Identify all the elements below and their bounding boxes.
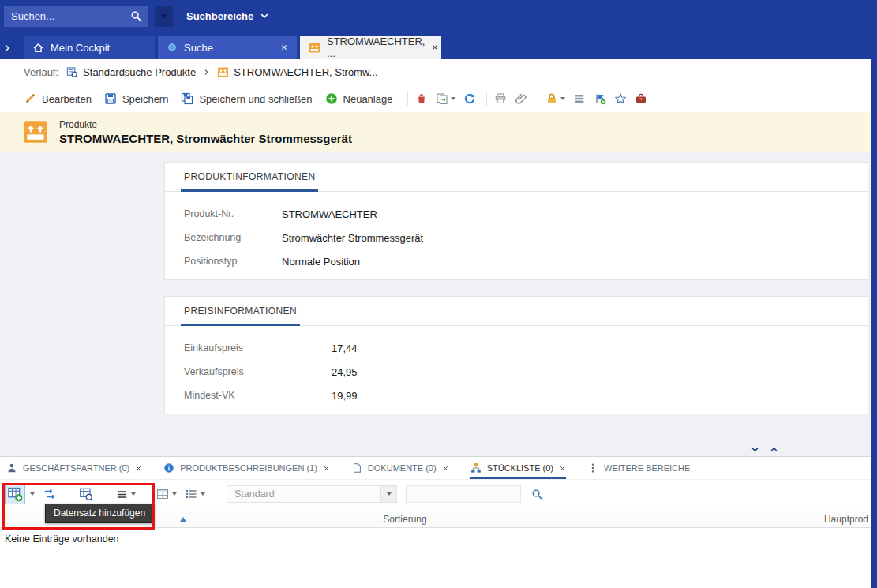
toolbar-separator (407, 92, 408, 106)
field-label: Produkt-Nr. (184, 208, 282, 219)
refresh-button[interactable] (463, 92, 476, 105)
tab-stueckliste[interactable]: STÜCKLISTE (0) (470, 457, 566, 479)
breadcrumb-item-label: Standardsuche Produkte (83, 66, 196, 78)
edit-button[interactable]: Bearbeiten (24, 92, 92, 105)
bom-icon (470, 463, 482, 474)
breadcrumb-item-label: STROMWAECHTER, Stromw... (234, 66, 377, 78)
save-button[interactable]: Speichern (104, 92, 169, 105)
column-header-sortierung[interactable]: Sortierung (167, 511, 643, 527)
view-select-dropdown-button[interactable] (380, 486, 396, 502)
view-select[interactable]: Standard (227, 485, 397, 503)
business-partner-icon (6, 463, 17, 474)
tab-stromwaechter[interactable]: STROMWAECHTER, ... (300, 36, 441, 59)
close-icon[interactable] (323, 465, 330, 472)
permissions-button[interactable] (545, 92, 565, 105)
dropdown-caret-icon[interactable] (30, 492, 35, 496)
copy-button[interactable] (436, 92, 455, 105)
search-in-list-button[interactable] (77, 485, 95, 503)
edit-label: Bearbeiten (42, 93, 92, 105)
chevron-down-icon (260, 11, 269, 21)
toolbar-separator (107, 487, 107, 501)
list-menu-button[interactable] (114, 487, 137, 502)
dropdown-caret-icon (387, 492, 392, 496)
window-tab-bar: Mein Cockpit Suche STROMWAECHTER, ... (0, 32, 877, 59)
toolbar-separator (219, 487, 219, 501)
empty-list-message: Keine Einträge vorhanden (5, 534, 119, 545)
chevron-right-icon (203, 69, 210, 76)
view-list-icon (185, 488, 197, 500)
save-icon (104, 92, 117, 105)
tab-scroll-left-icon[interactable] (2, 43, 12, 53)
tab-suche[interactable]: Suche (158, 36, 297, 59)
queue-button[interactable] (573, 92, 586, 105)
column-header-hauptprodukt[interactable]: Hauptprod (643, 511, 871, 527)
field-row: Positionstyp Normale Position (184, 249, 868, 273)
close-icon[interactable] (431, 43, 439, 51)
global-search-input[interactable] (11, 10, 130, 22)
search-scopes-button[interactable]: Suchbereiche (186, 10, 269, 22)
tools-button[interactable] (635, 92, 647, 105)
tab-label: WEITERE BEREICHE (604, 463, 690, 473)
attachment-button[interactable] (515, 92, 527, 105)
record-title: STROMWAECHTER, Stromwächter Strommessger… (59, 132, 352, 145)
tab-label: STROMWAECHTER, ... (327, 36, 425, 59)
view-select-value: Standard (234, 489, 275, 500)
field-row: Produkt-Nr. STROMWAECHTER (184, 202, 868, 226)
new-record-button[interactable]: Neuanlage (325, 92, 393, 105)
search-options-button[interactable] (155, 6, 173, 27)
global-search-box[interactable] (4, 6, 148, 27)
view-list-button[interactable] (183, 486, 207, 502)
expand-panel-icon[interactable] (770, 445, 778, 454)
dropdown-caret-icon (172, 492, 177, 496)
tab-weitere-bereiche[interactable]: WEITERE BEREICHE (587, 457, 690, 479)
flag-add-button[interactable] (594, 92, 606, 105)
dropdown-caret-icon (560, 97, 565, 100)
field-value: 24,95 (332, 366, 358, 378)
field-value: Normale Position (282, 256, 360, 268)
search-icon[interactable] (531, 489, 543, 500)
close-icon[interactable] (442, 465, 449, 472)
card-body: Produkt-Nr. STROMWAECHTER Bezeichnung St… (165, 192, 868, 273)
field-label: Positionstyp (184, 256, 282, 267)
tab-dokumente[interactable]: DOKUMENTE (0) (351, 457, 449, 479)
transfer-icon (43, 487, 57, 501)
print-button[interactable] (494, 92, 507, 105)
dropdown-caret-icon (201, 492, 205, 496)
related-tabs: GESCHÄFTSPARTNER (0) PRODUKTBESCHREIBUNG… (0, 457, 871, 480)
tab-geschaeftspartner[interactable]: GESCHÄFTSPARTNER (0) (6, 457, 142, 479)
search-options-caret-icon (161, 14, 167, 18)
record-dot-icon (167, 42, 178, 53)
search-icon[interactable] (130, 10, 142, 22)
save-and-close-button[interactable]: Speichern und schließen (181, 92, 312, 105)
search-scopes-label: Suchbereiche (186, 10, 253, 22)
breadcrumb-item-standardsuche[interactable]: Standardsuche Produkte (66, 66, 196, 78)
record-category: Produkte (59, 119, 352, 130)
field-label: Verkaufspreis (184, 366, 332, 377)
breadcrumb: Verlauf: Standardsuche Produkte STROMWAE… (0, 59, 871, 85)
view-grid-button[interactable] (155, 486, 178, 502)
close-icon[interactable] (559, 465, 566, 472)
breadcrumb-item-record[interactable]: STROMWAECHTER, Stromw... (217, 66, 377, 78)
collapse-panel-icon[interactable] (751, 445, 759, 454)
close-icon[interactable] (135, 465, 142, 472)
field-row: Bezeichnung Stromwächter Strommessgerät (184, 226, 868, 249)
close-icon[interactable] (280, 43, 288, 51)
transfer-button[interactable] (41, 485, 58, 503)
card-header: PREISINFORMATIONEN (165, 297, 868, 326)
menu-icon (116, 489, 128, 500)
refresh-icon (463, 92, 476, 105)
add-record-button[interactable] (5, 484, 25, 504)
field-label: Mindest-VK (184, 390, 332, 401)
card-tab-title[interactable]: PREISINFORMATIONEN (181, 305, 300, 326)
field-value: STROMWAECHTER (282, 208, 377, 220)
product-box-icon (309, 42, 320, 54)
card-tab-title[interactable]: PRODUKTINFORMATIONEN (181, 171, 318, 192)
sort-ascending-icon[interactable] (180, 517, 186, 522)
list-filter-input[interactable] (406, 485, 521, 503)
favorite-button[interactable] (614, 92, 627, 105)
tab-label: Mein Cockpit (51, 42, 110, 54)
plus-circle-icon (325, 92, 338, 105)
delete-button[interactable] (415, 92, 428, 105)
tab-produktbeschreibungen[interactable]: PRODUKTBESCHREIBUNGEN (1) (163, 457, 330, 479)
tab-mein-cockpit[interactable]: Mein Cockpit (24, 36, 155, 59)
